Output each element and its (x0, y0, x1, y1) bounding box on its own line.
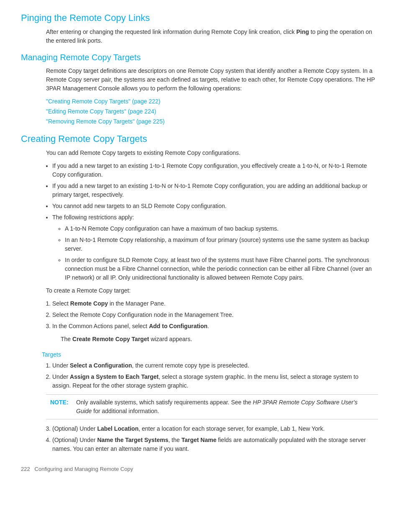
targets-heading-container: Targets (42, 351, 378, 358)
step-3: In the Common Actions panel, select Add … (52, 322, 378, 331)
link-creating-targets[interactable]: "Creating Remote Copy Targets" (page 222… (46, 97, 378, 106)
step-2: Select the Remote Copy Configuration nod… (52, 311, 378, 319)
sub-bullet-2: In an N-to-1 Remote Copy relationship, a… (65, 236, 378, 253)
targets-step-2: Under Assign a System to Each Target, se… (52, 373, 378, 390)
pinging-heading: Pinging the Remote Copy Links (21, 13, 378, 23)
bullet-3: You cannot add new targets to an SLD Rem… (52, 202, 378, 211)
creating-steps: Select Remote Copy in the Manager Pane. … (52, 299, 378, 331)
footer-page-num: 222 (21, 466, 30, 472)
sub-bullet-3: In order to configure SLD Remote Copy, a… (65, 256, 378, 282)
creating-intro: You can add Remote Copy targets to exist… (46, 149, 378, 157)
targets-heading: Targets (42, 351, 378, 358)
bullet-1: If you add a new target to an existing 1… (52, 162, 378, 179)
pinging-section: Pinging the Remote Copy Links After ente… (21, 13, 378, 45)
targets-section: Targets Under Select a Configuration, th… (21, 351, 378, 453)
note-text: Only available systems, which satisfy re… (76, 398, 374, 416)
sub-bullet-list: A 1-to-N Remote Copy configuration can h… (65, 224, 378, 282)
steps-intro: To create a Remote Copy target: (46, 286, 378, 295)
note-box: NOTE: Only available systems, which sati… (46, 394, 378, 419)
footer-text: Configuring and Managing Remote Copy (35, 466, 133, 472)
managing-section: Managing Remote Copy Targets Remote Copy… (21, 53, 378, 126)
targets-steps: Under Select a Configuration, the curren… (52, 361, 378, 390)
link-editing-targets[interactable]: "Editing Remote Copy Targets" (page 224) (46, 107, 378, 116)
link-removing-targets[interactable]: "Removing Remote Copy Targets" (page 225… (46, 117, 378, 126)
targets-step-3: (Optional) Under Label Location, enter a… (52, 424, 378, 433)
bullet-2: If you add a new target to an existing 1… (52, 182, 378, 199)
step-1: Select Remote Copy in the Manager Pane. (52, 299, 378, 308)
bullet-4: The following restrictions apply: A 1-to… (52, 213, 378, 282)
managing-heading: Managing Remote Copy Targets (21, 53, 378, 62)
creating-heading: Creating Remote Copy Targets (21, 134, 378, 144)
creating-bullet-list: If you add a new target to an existing 1… (52, 162, 378, 282)
managing-body: Remote Copy target definitions are descr… (46, 67, 378, 93)
footer: 222 Configuring and Managing Remote Copy (21, 466, 378, 472)
targets-steps-2: (Optional) Under Label Location, enter a… (52, 424, 378, 453)
targets-step-4: (Optional) Under Name the Target Systems… (52, 436, 378, 453)
targets-step-1: Under Select a Configuration, the curren… (52, 361, 378, 370)
creating-section: Creating Remote Copy Targets You can add… (21, 134, 378, 344)
step3-subtext: The Create Remote Copy Target wizard app… (61, 335, 378, 344)
note-label: NOTE: (50, 398, 71, 416)
pinging-body: After entering or changing the requested… (46, 28, 378, 45)
sub-bullet-1: A 1-to-N Remote Copy configuration can h… (65, 224, 378, 233)
